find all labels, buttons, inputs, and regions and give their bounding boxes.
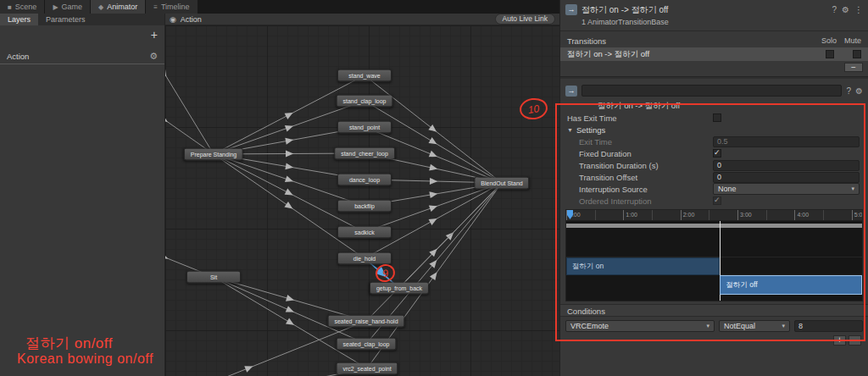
state-node-sit[interactable]: Sit: [186, 271, 241, 284]
timeline-band[interactable]: [566, 224, 862, 228]
tab-scene[interactable]: ■ Scene: [0, 0, 45, 14]
interruption-source-row: Interruption Source None ▾: [560, 183, 868, 195]
state-node-stand_point[interactable]: stand_point: [337, 121, 392, 134]
layer-item-label: Action: [7, 52, 29, 61]
has-exit-time-checkbox[interactable]: [713, 113, 721, 122]
tab-game[interactable]: ▶ Game: [45, 0, 91, 14]
state-node-backflip[interactable]: backflip: [337, 200, 392, 213]
tab-layers[interactable]: Layers: [0, 14, 38, 25]
condition-parameter-dropdown[interactable]: VRCEmote ▾: [565, 320, 715, 332]
animator-icon: ◆: [98, 3, 103, 11]
transitions-footer: −: [560, 61, 868, 73]
help-icon[interactable]: ?: [832, 5, 837, 14]
breadcrumb[interactable]: Action: [181, 15, 491, 24]
condition-value-field[interactable]: 8: [794, 320, 863, 332]
auto-live-link-button[interactable]: Auto Live Link: [495, 14, 555, 25]
remove-condition-button[interactable]: −: [849, 335, 861, 346]
tab-timeline[interactable]: ≡ Timeline: [146, 0, 198, 14]
gear-icon[interactable]: ⚙: [842, 5, 849, 14]
transition-offset-row: Transition Offset 0: [560, 171, 868, 183]
remove-transition-button[interactable]: −: [844, 63, 863, 72]
ruler-tick: 3:00: [737, 210, 752, 221]
animator-state-graph[interactable]: ◉ Action Auto Live Link Prepare Standing…: [165, 14, 559, 376]
ruler-tick: 1:00: [623, 210, 637, 221]
solo-checkbox[interactable]: [826, 50, 834, 58]
state-node-blendout[interactable]: BlendOut Stand: [474, 177, 529, 190]
add-condition-button[interactable]: +: [833, 335, 846, 346]
graph-toolbar: ◉ Action Auto Live Link: [165, 14, 559, 25]
chevron-down-icon: ▾: [706, 323, 709, 329]
inspector-subtitle: 1 AnimatorTransitionBase: [560, 17, 868, 28]
divider: [560, 76, 868, 79]
ruler-tick: 4:00: [794, 210, 809, 221]
help-icon[interactable]: ?: [846, 86, 851, 96]
settings-foldout-row[interactable]: ▼ Settings: [560, 124, 868, 135]
state-node-stand_clap_loop[interactable]: stand_clap_loop: [337, 95, 393, 108]
kebab-menu-icon[interactable]: ⋮: [854, 5, 863, 14]
state-node-vrc2_seated_point[interactable]: vrc2_seated_point: [336, 362, 398, 375]
timeline-ruler[interactable]: 0:001:002:003:004:005:00: [566, 210, 862, 221]
transitions-section-header: Transitions Solo Mute: [560, 34, 868, 47]
transition-duration-field[interactable]: 0: [713, 160, 860, 171]
layer-item-action[interactable]: Action ⚙: [0, 49, 164, 64]
state-node-seated_raise_hand_hold[interactable]: seated_raise_hand-hold: [327, 315, 404, 328]
state-node-dance_loop[interactable]: dance_loop: [337, 174, 392, 186]
state-node-die_hold[interactable]: die_hold: [337, 252, 392, 265]
dropdown-value: NotEqual: [724, 322, 755, 330]
tab-parameters[interactable]: Parameters: [38, 14, 93, 25]
timeline-bar-on[interactable]: 절하기 on: [566, 257, 720, 275]
inspector-header: → 절하기 on -> 절하기 off ? ⚙ ⋮: [560, 0, 868, 17]
interruption-source-dropdown[interactable]: None ▾: [713, 183, 860, 195]
add-layer-button[interactable]: +: [151, 29, 158, 41]
settings-foldout-label: Settings: [576, 125, 722, 135]
gear-icon[interactable]: ⚙: [149, 51, 158, 62]
fixed-duration-row: Fixed Duration: [560, 147, 868, 159]
ordered-interruption-row: Ordered Interruption: [560, 195, 868, 207]
transition-name-input[interactable]: [581, 85, 842, 97]
inspector-title: 절하기 on -> 절하기 off: [581, 4, 827, 16]
interruption-source-label: Interruption Source: [567, 185, 713, 194]
transition-name-row: → ? ⚙: [560, 82, 868, 99]
mute-checkbox[interactable]: [853, 50, 861, 58]
transition-offset-label: Transition Offset: [567, 173, 713, 182]
tab-timeline-label: Timeline: [161, 3, 190, 11]
ordered-interruption-checkbox: [713, 196, 721, 205]
transition-list-item[interactable]: 절하기 on -> 절하기 off: [560, 47, 868, 61]
ruler-tick: 5:00: [852, 210, 862, 221]
gear-icon[interactable]: ⚙: [855, 86, 863, 96]
layers-parameters-tabs: Layers Parameters: [0, 14, 164, 25]
transition-offset-field[interactable]: 0: [713, 172, 860, 183]
exit-time-label: Exit Time: [567, 137, 713, 147]
timeline-body[interactable]: 절하기 on 절하기 off: [566, 221, 862, 301]
ruler-tick: 2:00: [681, 210, 695, 221]
inspector-panel: → 절하기 on -> 절하기 off ? ⚙ ⋮ 1 AnimatorTran…: [559, 0, 868, 376]
exit-time-row: Exit Time 0.5: [560, 135, 868, 147]
state-node-stand_cheer_loop[interactable]: stand_cheer_loop: [334, 147, 395, 160]
chevron-down-icon: ▾: [782, 323, 785, 329]
conditions-footer: + −: [560, 334, 868, 346]
solo-label: Solo: [821, 36, 837, 45]
eye-icon[interactable]: ◉: [170, 15, 176, 24]
state-node-stand_wave[interactable]: stand_wave: [337, 69, 392, 82]
state-node-seated_clap_loop[interactable]: seated_clap_loop: [337, 338, 397, 351]
tab-game-label: Game: [62, 3, 83, 11]
tab-animator[interactable]: ◆ Animator: [91, 0, 146, 14]
transition-icon: →: [565, 86, 577, 97]
graph-canvas[interactable]: Prepare Standingstand_wavestand_clap_loo…: [165, 25, 559, 376]
scene-icon: ■: [8, 3, 12, 11]
unity-window: ■ Scene ▶ Game ◆ Animator ≡ Timeline Lay…: [0, 0, 868, 376]
transitions-header-label: Transitions: [567, 36, 606, 46]
state-node-getup_from_back[interactable]: getup_from_back: [370, 282, 429, 295]
fixed-duration-checkbox[interactable]: [713, 149, 721, 158]
tab-animator-label: Animator: [107, 3, 137, 11]
chevron-down-icon: ▾: [851, 185, 854, 192]
transition-name-label: 절하기 on -> 절하기 off: [560, 99, 868, 112]
condition-operator-dropdown[interactable]: NotEqual ▾: [719, 320, 790, 332]
transition-duration-label: Transition Duration (s): [567, 161, 713, 170]
state-node-prepare[interactable]: Prepare Standing: [184, 148, 243, 161]
divider: [560, 30, 868, 31]
timeline-icon: ≡: [153, 3, 158, 11]
timeline-bar-off[interactable]: 절하기 off: [720, 275, 862, 295]
transition-timeline[interactable]: 0:001:002:003:004:005:00 절하기 on 절하기 off: [565, 209, 863, 301]
state-node-sadkick[interactable]: sadkick: [337, 226, 392, 239]
